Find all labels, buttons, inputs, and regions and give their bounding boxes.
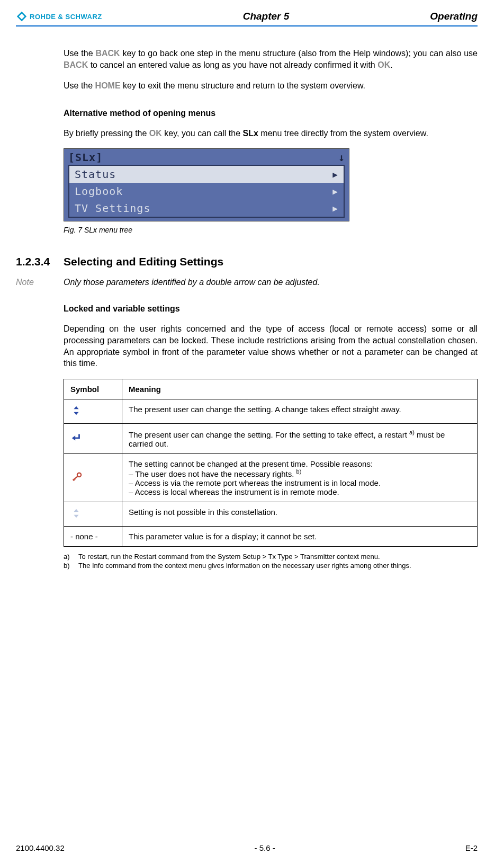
note-label: Note (16, 278, 64, 287)
page-footer: 2100.4400.32 - 5.6 - E-2 (16, 843, 478, 852)
key-lock-icon (70, 471, 82, 483)
page-header: ROHDE & SCHWARZ Chapter 5 Operating (16, 11, 478, 26)
footnotes: a) To restart, run the Restart command f… (64, 552, 478, 571)
ok-key-ref: OK (377, 60, 390, 69)
chevron-right-icon: ▶ (332, 170, 338, 180)
double-arrow-icon (70, 405, 82, 416)
table-row: The setting cannot be changed at the pre… (64, 453, 478, 502)
meaning-cell: This parameter value is for a display; i… (122, 526, 478, 546)
symbol-cell (64, 423, 122, 453)
page-title: Operating (430, 11, 478, 22)
footnote-b: b) The Info command from the context men… (64, 561, 478, 571)
home-key-ref: HOME (95, 81, 121, 90)
locked-heading: Locked and variable settings (64, 304, 478, 314)
brand-logo: ROHDE & SCHWARZ (16, 11, 102, 22)
table-row: - none - This parameter value is for a d… (64, 526, 478, 546)
brand-text: ROHDE & SCHWARZ (30, 13, 102, 21)
svg-point-0 (77, 473, 81, 477)
footer-right: E-2 (465, 843, 478, 852)
note-text: Only those parameters identified by a do… (64, 278, 320, 287)
ok-key-ref-2: OK (149, 129, 162, 138)
slx-strong: SLx (243, 129, 258, 138)
col-meaning: Meaning (122, 379, 478, 399)
alt-method-paragraph: By briefly pressing the OK key, you can … (64, 128, 478, 139)
enter-arrow-icon (70, 432, 82, 443)
symbol-cell (64, 399, 122, 423)
locked-paragraph: Depending on the user rights concerned a… (64, 323, 478, 369)
menu-title-bar: [SLx] ↓ (64, 149, 349, 165)
intro-paragraph-1: Use the BACK key to go back one step in … (64, 48, 478, 70)
table-header-row: Symbol Meaning (64, 379, 478, 399)
chapter-label: Chapter 5 (102, 11, 430, 22)
table-row: The present user can change the setting.… (64, 423, 478, 453)
chevron-right-icon: ▶ (332, 203, 338, 213)
meaning-cell: The present user can change the setting.… (122, 399, 478, 423)
footnote-a: a) To restart, run the Restart command f… (64, 552, 478, 562)
symbol-table: Symbol Meaning The present user can chan… (64, 379, 478, 547)
slx-menu-screenshot: [SLx] ↓ Status ▶ Logbook ▶ TV Settings ▶ (64, 148, 349, 221)
section-heading-row: 1.2.3.4 Selecting and Editing Settings (64, 255, 478, 268)
symbol-cell (64, 453, 122, 502)
table-row: Setting is not possible in this constell… (64, 502, 478, 526)
back-key-ref: BACK (95, 49, 120, 58)
menu-item-tv-settings: TV Settings ▶ (69, 200, 344, 217)
footer-center: - 5.6 - (255, 843, 275, 852)
symbol-cell: - none - (64, 526, 122, 546)
section-number: 1.2.3.4 (16, 255, 64, 268)
alt-method-heading: Alternative method of opening menus (64, 109, 478, 118)
meaning-cell: The present user can change the setting.… (122, 423, 478, 453)
menu-item-status: Status ▶ (69, 166, 344, 183)
down-arrow-icon: ↓ (338, 151, 345, 164)
chevron-right-icon: ▶ (332, 186, 338, 197)
meaning-cell: The setting cannot be changed at the pre… (122, 453, 478, 502)
menu-body: Status ▶ Logbook ▶ TV Settings ▶ (68, 165, 345, 218)
col-symbol: Symbol (64, 379, 122, 399)
back-key-ref-2: BACK (64, 60, 88, 69)
double-arrow-dim-icon (70, 508, 82, 519)
section-title: Selecting and Editing Settings (64, 255, 223, 268)
footnote-ref-a: a) (409, 429, 415, 435)
footer-left: 2100.4400.32 (16, 843, 65, 852)
menu-item-logbook: Logbook ▶ (69, 183, 344, 200)
footnote-ref-b: b) (296, 468, 302, 475)
symbol-cell (64, 502, 122, 526)
brand-diamond-icon (16, 11, 28, 22)
main-content: Use the BACK key to go back one step in … (64, 48, 478, 571)
intro-paragraph-2: Use the HOME key to exit the menu struct… (64, 80, 478, 92)
menu-title-text: [SLx] (68, 151, 103, 164)
note-row: Note Only those parameters identified by… (64, 278, 478, 287)
figure-caption: Fig. 7 SLx menu tree (64, 226, 478, 234)
meaning-cell: Setting is not possible in this constell… (122, 502, 478, 526)
table-row: The present user can change the setting.… (64, 399, 478, 423)
